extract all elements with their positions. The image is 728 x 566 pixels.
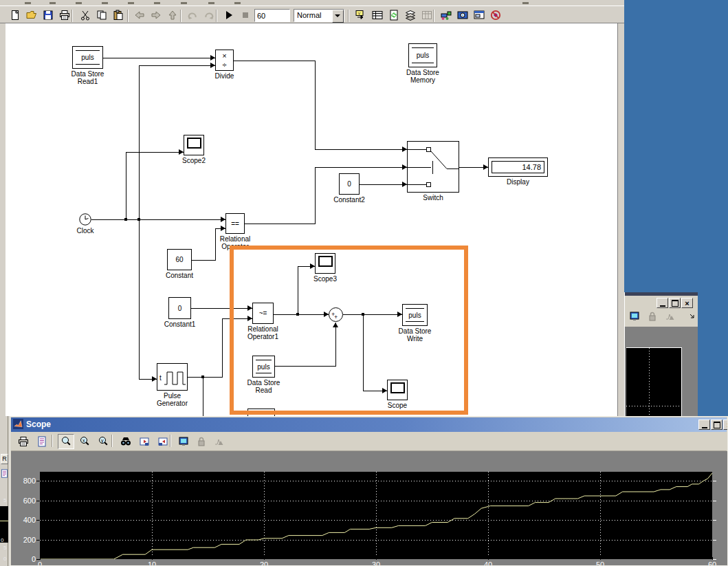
new-file-icon[interactable]	[8, 8, 22, 22]
play-icon[interactable]	[222, 8, 236, 22]
stop-icon[interactable]	[239, 8, 252, 22]
signal-selection-icon[interactable]	[663, 309, 677, 323]
wire-arrowhead	[402, 164, 407, 170]
block-clock[interactable]	[79, 213, 91, 226]
fragment-button[interactable]: R	[1, 454, 8, 464]
wire-arrowhead	[221, 226, 225, 231]
debug-icon[interactable]	[420, 8, 434, 22]
block-label: Divide	[184, 72, 266, 80]
block-switch[interactable]	[407, 141, 459, 193]
block-constant2[interactable]: 0	[339, 173, 360, 195]
wire	[139, 65, 140, 380]
disable-link-icon[interactable]	[489, 8, 503, 22]
wire	[139, 65, 216, 66]
minimize-icon[interactable]	[698, 420, 710, 430]
floating-window-top-edge	[625, 292, 698, 296]
minimize-icon	[702, 421, 707, 428]
sim-time-input[interactable]	[254, 9, 290, 22]
y-axis-tick	[713, 540, 716, 541]
back-arrow-icon[interactable]	[133, 8, 146, 22]
sim-mode-select[interactable]: Normal	[294, 9, 344, 22]
menu-text-fragment	[25, 2, 31, 4]
block-divide[interactable]: × ÷	[215, 50, 234, 71]
x-axis-tick-label: 50	[591, 560, 609, 566]
autoscale-icon[interactable]	[118, 434, 134, 449]
paste-icon[interactable]	[111, 8, 125, 22]
mini-trace	[0, 521, 8, 521]
lock-icon[interactable]	[193, 434, 210, 449]
signal-selection-icon[interactable]	[211, 434, 228, 449]
print-icon[interactable]	[15, 434, 32, 449]
parameters-icon[interactable]	[34, 434, 50, 449]
menu-text-fragment	[234, 2, 241, 4]
undo-icon[interactable]	[186, 8, 199, 22]
top-toolbar: Normal Y	[0, 6, 624, 23]
x-axis-tick	[40, 557, 41, 560]
block-relational-operator[interactable]: ==	[225, 213, 245, 234]
block-data-store-memory[interactable]: puls	[408, 43, 437, 67]
block-display[interactable]: 14.78	[488, 157, 548, 177]
y-axis-tick-label: 600	[14, 497, 36, 505]
block-label: Constant2	[308, 196, 390, 204]
block-pulse-generator[interactable]: t	[157, 363, 188, 391]
y-axis-tick-label: 200	[14, 536, 36, 544]
close-icon[interactable]: ×	[681, 298, 693, 308]
block-label: Data Store Memory	[382, 69, 464, 84]
scope-window-title: Scope	[26, 420, 51, 429]
build-icon[interactable]	[439, 8, 453, 22]
block-constant1[interactable]: 0	[168, 297, 191, 319]
zoom-y-icon[interactable]: y	[95, 434, 111, 449]
floating-scope-window[interactable]: ×	[624, 292, 698, 416]
toolbar-separator	[180, 10, 181, 22]
block-constant[interactable]: 60	[167, 249, 192, 270]
zoom-icon[interactable]	[58, 434, 74, 449]
minimize-icon	[660, 299, 665, 307]
mini-axis-label: 0	[3, 556, 6, 562]
grid-line	[626, 406, 681, 406]
y-axis-tick	[713, 501, 716, 501]
restore-axes-icon[interactable]	[155, 434, 171, 449]
overflow-chevron-icon[interactable]	[685, 309, 698, 323]
update-diagram-icon[interactable]	[387, 8, 401, 22]
list-icon	[0, 468, 9, 481]
zoom-x-icon[interactable]: x	[76, 434, 93, 449]
copy-icon[interactable]	[95, 8, 109, 22]
workspace-icon[interactable]	[472, 8, 486, 22]
menu-text-fragment	[154, 2, 160, 4]
chevron-down-icon[interactable]	[332, 10, 344, 23]
library-browser-icon[interactable]: Y	[354, 8, 368, 22]
close-icon[interactable]: ×	[723, 420, 728, 430]
print-icon[interactable]	[58, 8, 71, 22]
redo-icon[interactable]	[202, 8, 216, 22]
save-axes-icon[interactable]	[136, 434, 153, 449]
wire	[192, 260, 216, 261]
up-arrow-icon[interactable]	[166, 8, 179, 22]
maximize-icon[interactable]	[669, 298, 681, 308]
save-icon[interactable]	[41, 8, 55, 22]
highlight-rectangle	[230, 246, 468, 415]
scope-titlebar[interactable]: Scope ×	[11, 417, 727, 432]
float-icon[interactable]	[175, 434, 192, 449]
block-label: Constant1	[139, 320, 221, 328]
wire-arrowhead	[402, 182, 407, 187]
layers-icon[interactable]	[404, 8, 417, 22]
lock-icon[interactable]	[646, 309, 659, 323]
x-axis-tick	[152, 557, 153, 560]
wire	[315, 167, 408, 168]
forward-arrow-icon[interactable]	[149, 8, 163, 22]
cut-icon[interactable]	[78, 8, 92, 22]
block-scope2[interactable]	[184, 135, 204, 155]
x-axis-tick	[264, 557, 265, 560]
maximize-icon[interactable]	[711, 420, 723, 430]
wire-arrowhead	[179, 149, 184, 155]
scope-trace	[40, 472, 712, 559]
open-file-icon[interactable]	[25, 8, 38, 22]
minimize-icon[interactable]	[657, 298, 668, 308]
snapshot-icon[interactable]	[456, 8, 470, 22]
window-edge	[8, 416, 8, 566]
block-data-store-read1[interactable]: puls	[72, 46, 103, 69]
model-browser-icon[interactable]	[371, 8, 384, 22]
svg-text:x: x	[82, 438, 85, 443]
float-icon[interactable]	[628, 309, 641, 323]
datastore-rule	[76, 50, 100, 51]
